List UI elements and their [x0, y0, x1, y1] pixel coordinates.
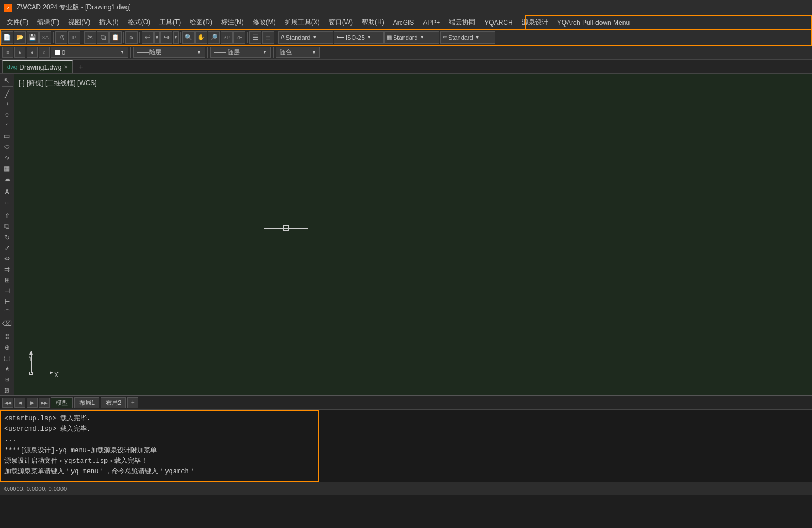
- properties-button[interactable]: [249, 31, 261, 44]
- copy-button[interactable]: [97, 31, 109, 44]
- open-button[interactable]: [14, 31, 26, 44]
- menu-app-plus[interactable]: APP+: [418, 18, 444, 28]
- text-button[interactable]: [1, 187, 13, 197]
- layer-btn1[interactable]: ≡: [2, 47, 13, 58]
- menu-file[interactable]: 文件(F): [2, 17, 33, 28]
- canvas-area[interactable]: [-] [俯视] [二维线框] [WCS] Y X: [14, 74, 812, 395]
- dot-grid-button[interactable]: [1, 331, 13, 341]
- menu-draw[interactable]: 绘图(D): [185, 17, 217, 28]
- zoom-realtime-button[interactable]: [182, 31, 195, 44]
- menu-cloud-collab[interactable]: 端云协同: [444, 17, 480, 28]
- erase-button[interactable]: [1, 319, 13, 329]
- match-prop-button[interactable]: [125, 31, 138, 44]
- snap-button[interactable]: [1, 342, 13, 352]
- tab-next-next[interactable]: [39, 398, 50, 408]
- layer-btn3[interactable]: ●: [27, 47, 38, 58]
- redo-dropdown[interactable]: ▼: [173, 31, 179, 44]
- ellipse-button[interactable]: ⬭: [1, 142, 13, 152]
- preview-button[interactable]: P: [68, 31, 80, 44]
- spline-button[interactable]: ∿: [1, 152, 13, 162]
- layout1-tab[interactable]: 布局1: [74, 397, 99, 408]
- undo-button[interactable]: [142, 31, 154, 44]
- table-style-dropdown[interactable]: ▦ Standard ▼: [384, 31, 439, 44]
- block-button[interactable]: [1, 353, 13, 363]
- offset-button[interactable]: [1, 265, 13, 274]
- line-button[interactable]: [1, 88, 13, 98]
- table-style-arrow: ▼: [420, 35, 425, 40]
- save-button[interactable]: [27, 31, 39, 44]
- text-style-dropdown[interactable]: A Standard ▼: [278, 31, 333, 44]
- menu-view[interactable]: 视图(V): [64, 17, 95, 28]
- scale-button[interactable]: [1, 243, 13, 253]
- tab-prev[interactable]: [14, 398, 25, 408]
- layer-color-swatch: [55, 50, 60, 55]
- menu-yqarch[interactable]: YQARCH: [480, 18, 517, 28]
- array-button[interactable]: [1, 275, 13, 285]
- rotate-button[interactable]: [1, 232, 13, 242]
- model-tab[interactable]: 模型: [51, 397, 73, 408]
- arc-button[interactable]: [1, 120, 13, 130]
- drawing-tab[interactable]: dwg Drawing1.dwg ✕: [2, 60, 73, 73]
- sep4: [139, 32, 140, 43]
- menu-insert[interactable]: 插入(I): [95, 17, 123, 28]
- menu-dimension[interactable]: 标注(N): [217, 17, 248, 28]
- layer-btn2[interactable]: ★: [14, 47, 25, 58]
- undo-dropdown[interactable]: ▼: [154, 31, 160, 44]
- zoom-window-button[interactable]: [208, 31, 220, 44]
- polyline-button[interactable]: ⌇: [1, 99, 13, 109]
- saveas-button[interactable]: SA: [39, 31, 51, 44]
- color-dropdown[interactable]: 随色 ▼: [276, 47, 320, 58]
- tab-prev-prev[interactable]: [2, 398, 13, 408]
- sep-layer1: [130, 47, 131, 58]
- print-button[interactable]: [55, 31, 67, 44]
- cloud-button[interactable]: [1, 174, 13, 184]
- hatch-button[interactable]: [1, 163, 13, 173]
- move-button[interactable]: [1, 210, 13, 220]
- new-tab-button[interactable]: +: [74, 60, 87, 73]
- dim-style-dropdown[interactable]: ⟵ ISO-25 ▼: [334, 31, 384, 44]
- tab-close-button[interactable]: ✕: [64, 64, 68, 70]
- dim-button[interactable]: [1, 198, 13, 208]
- extend-button[interactable]: [1, 297, 13, 307]
- add-layout-button[interactable]: +: [127, 397, 138, 408]
- menu-express[interactable]: 扩展工具(X): [280, 17, 324, 28]
- layer-name-dropdown[interactable]: 0 ▼: [51, 47, 128, 58]
- zoom-prev-button[interactable]: ZP: [221, 31, 233, 44]
- mirror-button[interactable]: [1, 254, 13, 263]
- menu-arcgis[interactable]: ArcGIS: [389, 18, 419, 28]
- layer-btn4[interactable]: ○: [39, 47, 50, 58]
- sep-layer2: [207, 47, 208, 58]
- trim-button[interactable]: [1, 286, 13, 296]
- copy-tool-button[interactable]: [1, 221, 13, 231]
- cut-button[interactable]: [84, 31, 96, 44]
- menu-window[interactable]: 窗口(W): [324, 17, 357, 28]
- select-button[interactable]: [1, 75, 13, 85]
- insert-button[interactable]: [1, 363, 13, 373]
- multileader-style-arrow: ▼: [475, 35, 480, 40]
- new-button[interactable]: [1, 31, 13, 44]
- menu-yuanquan[interactable]: 源泉设计: [517, 17, 553, 28]
- menu-tools[interactable]: 工具(T): [155, 17, 185, 28]
- menu-yqarch-pulldown[interactable]: YQArch Pull-down Menu: [553, 18, 634, 28]
- layout2-tab[interactable]: 布局2: [101, 397, 126, 408]
- menu-edit[interactable]: 编辑(E): [33, 17, 64, 28]
- layer-manager-button[interactable]: [262, 31, 274, 44]
- rect-button[interactable]: [1, 131, 13, 141]
- tab-next[interactable]: [27, 398, 38, 408]
- redo-button[interactable]: [160, 31, 172, 44]
- command-console[interactable]: <startup.lsp> 载入完毕. <usercmd.lsp> 载入完毕. …: [0, 410, 812, 482]
- toolbar1: SA P ▼ ▼ ZP ZE A Standard ▼ ⟵ ISO-25 ▼ ▦…: [0, 30, 812, 45]
- fillet-button[interactable]: [1, 308, 13, 318]
- grid-button[interactable]: ⊞: [1, 374, 13, 384]
- linetype-dropdown[interactable]: ——随层 ▼: [133, 47, 205, 58]
- menu-help[interactable]: 帮助(H): [357, 17, 389, 28]
- pan-button[interactable]: [195, 31, 207, 44]
- image-button[interactable]: 🖼: [1, 385, 13, 395]
- zoom-extents-button[interactable]: ZE: [233, 31, 245, 44]
- menu-modify[interactable]: 修改(M): [248, 17, 280, 28]
- circle-button[interactable]: [1, 109, 13, 119]
- menu-format[interactable]: 格式(O): [123, 17, 155, 28]
- paste-button[interactable]: [109, 31, 122, 44]
- multileader-style-dropdown[interactable]: ✏ Standard ▼: [440, 31, 495, 44]
- lineweight-dropdown[interactable]: —— 随层 ▼: [210, 47, 271, 58]
